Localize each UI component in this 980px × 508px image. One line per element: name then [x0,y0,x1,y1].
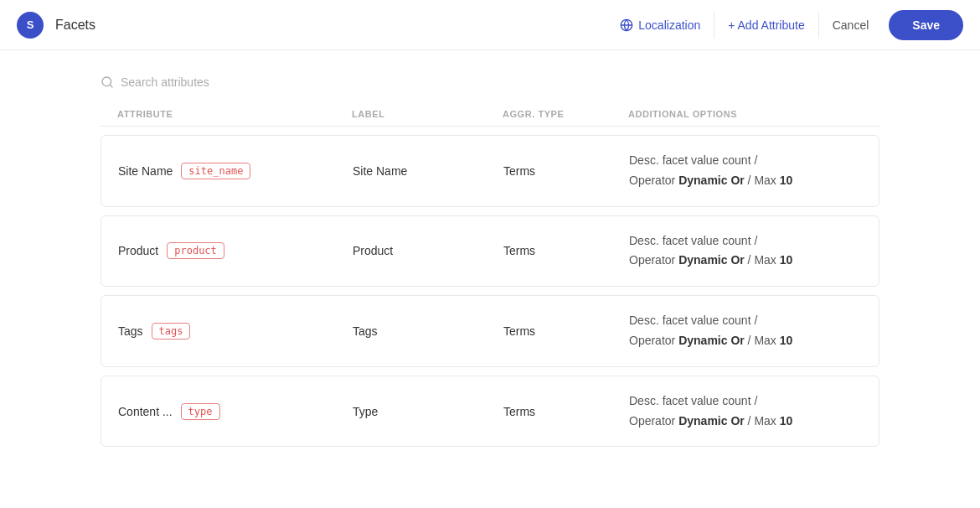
table-header: ATTRIBUTE LABEL AGGR. TYPE ADDITIONAL OP… [101,109,879,127]
attribute-name: Site Name [118,164,173,178]
table-rows: Site Name site_name Site Name Terms Desc… [101,135,879,447]
logo-avatar: S [17,12,44,39]
table-row[interactable]: Site Name site_name Site Name Terms Desc… [101,135,879,207]
col-label: LABEL [352,109,503,119]
svg-line-3 [110,85,112,87]
table-row[interactable]: Content ... type Type Terms Desc. facet … [101,376,879,448]
attribute-cell: Site Name site_name [118,163,353,179]
options-cell: Desc. facet value count / Operator Dynam… [629,231,862,272]
options-cell: Desc. facet value count / Operator Dynam… [629,151,862,191]
cancel-button[interactable]: Cancel [819,12,883,39]
attribute-tag: product [167,242,224,259]
label-cell: Tags [353,324,503,338]
col-additional-options: ADDITIONAL OPTIONS [628,109,863,119]
attribute-name: Tags [118,324,143,338]
table-row[interactable]: Tags tags Tags Terms Desc. facet value c… [101,295,879,367]
label-cell: Site Name [353,164,503,178]
attribute-tag: site_name [181,163,250,179]
label-cell: Type [353,405,503,418]
attribute-tag: type [181,403,220,420]
header: S Facets Localization + Add Attribute Ca… [0,0,980,50]
globe-icon [620,18,633,32]
aggr-type-cell: Terms [503,164,629,178]
search-icon [101,75,114,89]
aggr-type-cell: Terms [503,244,629,257]
label-cell: Product [353,244,503,257]
page-title: Facets [55,18,606,33]
attribute-name: Product [118,244,158,257]
header-actions: Localization + Add Attribute Cancel Save [606,10,963,40]
save-button[interactable]: Save [889,10,963,40]
main-content: ATTRIBUTE LABEL AGGR. TYPE ADDITIONAL OP… [0,50,980,472]
options-cell: Desc. facet value count / Operator Dynam… [629,311,862,351]
col-attribute: ATTRIBUTE [117,109,352,119]
attribute-name: Content ... [118,405,173,418]
search-container [101,75,879,89]
localization-button[interactable]: Localization [606,12,714,39]
attribute-cell: Product product [118,242,353,259]
add-attribute-button[interactable]: + Add Attribute [714,12,818,39]
attribute-cell: Tags tags [118,323,353,340]
search-input[interactable] [121,75,288,89]
table-row[interactable]: Product product Product Terms Desc. face… [101,215,879,288]
attribute-cell: Content ... type [118,403,353,420]
aggr-type-cell: Terms [503,405,629,418]
col-aggr-type: AGGR. TYPE [503,109,628,119]
attribute-tag: tags [152,323,191,340]
options-cell: Desc. facet value count / Operator Dynam… [629,391,862,432]
aggr-type-cell: Terms [503,324,629,338]
